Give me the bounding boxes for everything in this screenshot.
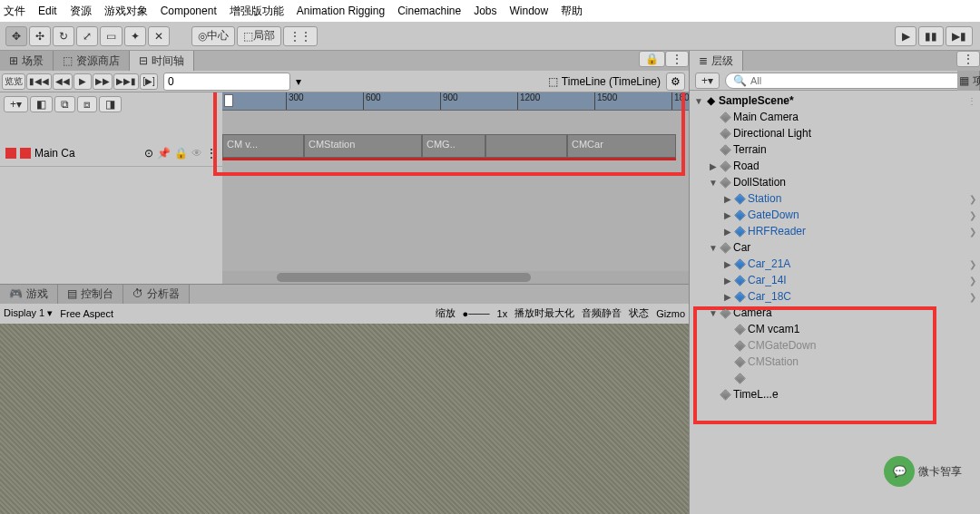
expand-icon[interactable]: ▶: [708, 161, 719, 171]
rotate-tool[interactable]: ↻: [53, 26, 74, 46]
stats-toggle[interactable]: 状态: [629, 306, 649, 320]
hierarchy-node[interactable]: Terrain: [690, 141, 980, 158]
display-dropdown[interactable]: Display 1 ▾: [4, 307, 53, 319]
maximize-toggle[interactable]: 播放时最大化: [514, 306, 574, 320]
menu-文件[interactable]: 文件: [4, 4, 25, 19]
menu-cinemachine[interactable]: Cinemachine: [397, 5, 461, 17]
timeline-clip[interactable]: CMCar: [567, 134, 676, 158]
mute-toggle[interactable]: 音频静音: [582, 306, 622, 320]
hierarchy-node[interactable]: ▶HRFReader❯: [690, 223, 980, 239]
hierarchy-node[interactable]: ▼◆SampleScene*⋮: [690, 92, 980, 109]
timeline-clip[interactable]: CM v...: [222, 134, 304, 158]
expand-icon[interactable]: ▶: [722, 292, 733, 302]
pause-button[interactable]: ▮▮: [918, 26, 944, 46]
playhead-icon[interactable]: [224, 94, 233, 107]
hierarchy-node[interactable]: ▼Car: [690, 239, 980, 256]
expand-icon[interactable]: ▼: [708, 308, 719, 318]
pivot-local-button[interactable]: ⬚局部: [237, 26, 281, 46]
play-preview-icon[interactable]: ▶: [74, 73, 92, 90]
ripple-mode-icon[interactable]: ⧈: [77, 96, 97, 112]
play-button[interactable]: ▶: [895, 26, 916, 46]
expand-icon[interactable]: ▶: [722, 276, 733, 286]
menu-增强版功能[interactable]: 增强版功能: [230, 4, 284, 19]
edit-mode-icon[interactable]: ◧: [30, 96, 53, 112]
hierarchy-node[interactable]: ▼Camera: [690, 305, 980, 321]
expand-icon[interactable]: ▶: [722, 259, 733, 269]
pin-icon[interactable]: 📌: [157, 147, 171, 160]
transform-tool[interactable]: ✦: [124, 26, 146, 46]
timeline-clip[interactable]: [485, 134, 567, 158]
hierarchy-node[interactable]: CMGateDown: [690, 337, 980, 354]
hierarchy-node[interactable]: ▼DollStation: [690, 174, 980, 190]
tab-asset-store[interactable]: ⬚资源商店: [54, 51, 130, 71]
hierarchy-node[interactable]: ▶Car_14I❯: [690, 272, 980, 288]
expand-icon[interactable]: ▼: [708, 243, 719, 253]
hierarchy-node[interactable]: ▶Car_18C❯: [690, 288, 980, 305]
timeline-area[interactable]: 300600900120015001800 CM v...CMStationCM…: [222, 92, 689, 284]
expand-icon[interactable]: ▼: [693, 96, 704, 106]
tab-project[interactable]: ▦ 项: [957, 71, 980, 91]
menu-component[interactable]: Component: [161, 5, 217, 17]
tab-menu-icon[interactable]: ⋮: [665, 51, 689, 67]
menu-edit[interactable]: Edit: [38, 5, 57, 17]
expand-icon[interactable]: ▶: [722, 210, 733, 220]
aspect-dropdown[interactable]: Free Aspect: [60, 308, 113, 319]
hierarchy-menu-icon[interactable]: ⋮: [956, 51, 980, 67]
snap-button[interactable]: ⋮⋮: [283, 26, 318, 46]
custom-tool[interactable]: ✕: [148, 26, 170, 46]
step-button[interactable]: ▶▮: [946, 26, 973, 46]
track-lock-icon[interactable]: 🔒: [174, 147, 188, 160]
node-menu-icon[interactable]: ⋮: [967, 96, 976, 106]
dropdown-icon[interactable]: ▾: [296, 75, 301, 88]
hierarchy-node[interactable]: [690, 370, 980, 386]
expand-icon[interactable]: ▶: [722, 227, 733, 237]
goto-start-icon[interactable]: ▮◀◀: [26, 73, 52, 90]
replace-mode-icon[interactable]: ◨: [99, 96, 122, 112]
hierarchy-node[interactable]: ▶Road: [690, 158, 980, 174]
search-input[interactable]: [750, 75, 966, 86]
hierarchy-node[interactable]: TimeL...e: [690, 386, 980, 402]
prev-frame-icon[interactable]: ◀◀: [53, 73, 73, 90]
tab-timeline[interactable]: ⊟时间轴: [130, 51, 194, 71]
tab-console[interactable]: ▤控制台: [58, 285, 123, 304]
hand-tool[interactable]: ✥: [5, 26, 27, 46]
range-icon[interactable]: [▶]: [140, 73, 158, 90]
hierarchy-node[interactable]: CM vcam1: [690, 321, 980, 337]
tab-game[interactable]: 🎮游戏: [0, 285, 58, 304]
tab-scene[interactable]: ⊞场景: [0, 51, 54, 71]
gizmo-toggle[interactable]: Gizmo: [656, 308, 685, 319]
expand-icon[interactable]: ▼: [708, 178, 719, 188]
scale-slider[interactable]: ●───: [463, 308, 490, 319]
binding-icon[interactable]: ⊙: [144, 147, 153, 160]
timeline-clip[interactable]: CMG..: [422, 134, 485, 158]
hierarchy-tree[interactable]: ▼◆SampleScene*⋮Main CameraDirectional Li…: [690, 91, 980, 514]
game-view[interactable]: [0, 324, 689, 515]
scale-tool[interactable]: ⤢: [76, 26, 98, 46]
next-frame-icon[interactable]: ▶▶: [93, 73, 113, 90]
timeline-scrollbar[interactable]: [222, 271, 689, 284]
menu-游戏对象[interactable]: 游戏对象: [104, 4, 148, 19]
expand-icon[interactable]: ▶: [722, 194, 733, 204]
timeline-ruler[interactable]: 300600900120015001800: [222, 92, 689, 111]
add-track-icon[interactable]: +▾: [4, 96, 28, 112]
gear-icon[interactable]: ⚙: [666, 73, 685, 91]
lock-icon[interactable]: 🔒: [639, 51, 665, 67]
move-tool[interactable]: ✣: [29, 26, 51, 46]
preview-label[interactable]: 览览: [2, 73, 25, 90]
tab-profiler[interactable]: ⏱分析器: [123, 285, 190, 304]
mute-icon[interactable]: 👁: [191, 147, 202, 160]
hierarchy-node[interactable]: ▶Station❯: [690, 190, 980, 207]
frame-input[interactable]: [163, 73, 290, 91]
pivot-center-button[interactable]: ◎中心: [191, 26, 235, 46]
hierarchy-node[interactable]: CMStation: [690, 354, 980, 370]
menu-资源[interactable]: 资源: [70, 4, 92, 19]
goto-end-icon[interactable]: ▶▶▮: [113, 73, 139, 90]
menu-animation rigging[interactable]: Animation Rigging: [297, 5, 385, 17]
hierarchy-node[interactable]: Directional Light: [690, 125, 980, 141]
menu-window[interactable]: Window: [510, 5, 549, 17]
create-dropdown[interactable]: +▾: [695, 73, 720, 89]
hierarchy-node[interactable]: ▶GateDown❯: [690, 207, 980, 223]
timeline-asset-name[interactable]: ⬚ TimeLine (TimeLine): [548, 75, 661, 88]
menu-jobs[interactable]: Jobs: [474, 5, 496, 17]
hierarchy-node[interactable]: ▶Car_21A❯: [690, 256, 980, 272]
